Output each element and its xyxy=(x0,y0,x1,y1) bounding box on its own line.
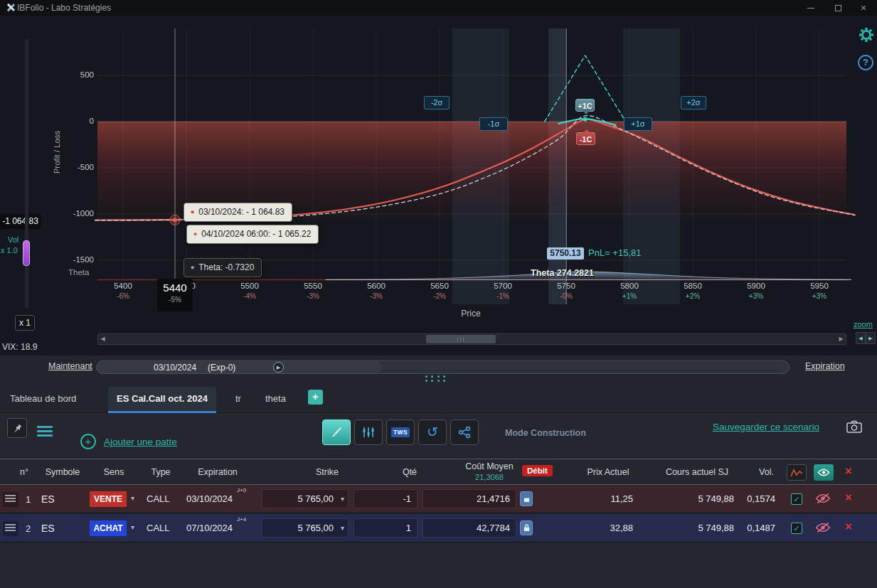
zoom-out-icon[interactable]: ◀ xyxy=(856,332,866,344)
avg-cost-field[interactable]: 42,7784 xyxy=(422,518,516,538)
play-button[interactable]: ▶ xyxy=(273,362,284,373)
leg-type: CALL xyxy=(147,523,170,533)
leg-type: CALL xyxy=(147,493,170,504)
expiration-link[interactable]: Expiration xyxy=(805,361,845,371)
col-qty: Qté xyxy=(384,467,435,477)
long-call-badge[interactable]: +1C xyxy=(575,99,595,112)
tab-tr[interactable]: tr xyxy=(235,393,241,404)
tab-es-cal-call[interactable]: ES Cal.Call oct. 2024 xyxy=(108,387,216,413)
y-tick: 0 xyxy=(90,117,94,125)
zoom-in-icon[interactable]: ▶ xyxy=(866,332,876,344)
delete-leg-icon[interactable]: × xyxy=(845,520,851,533)
series-dot-today: ● xyxy=(191,205,195,220)
zoom-controls[interactable]: ◀ ▶ xyxy=(856,332,876,344)
scrollbar-thumb[interactable] xyxy=(426,335,496,343)
current-price-chip: 5750.13 xyxy=(547,247,584,260)
pnl-chart[interactable] xyxy=(0,16,877,356)
underlying-price: 5 749,88 xyxy=(647,523,734,533)
vol-label: Vol xyxy=(8,235,18,244)
tooltip-theta: ●Theta: -0.7320 xyxy=(184,258,262,277)
close-button[interactable]: × xyxy=(853,0,874,16)
vix-value: VIX: 18.9 xyxy=(2,342,37,352)
help-icon[interactable]: ? xyxy=(858,55,873,70)
y-axis-label: Profit / Loss xyxy=(53,109,61,195)
leg-enabled-checkbox[interactable]: ✓ xyxy=(791,523,802,534)
row-drag-handle[interactable] xyxy=(3,492,18,507)
settings-gear-icon[interactable] xyxy=(859,27,874,43)
vol-x1-button[interactable]: x 1 xyxy=(15,315,35,331)
time-slider[interactable]: 03/10/2024 (Exp-0) ▶ xyxy=(96,360,790,374)
lock-icon[interactable] xyxy=(520,520,533,535)
quantity-field[interactable]: 1 xyxy=(354,518,418,538)
days-to-expiry: J+0 xyxy=(237,487,246,493)
theta-total-value: Theta 274.2821 xyxy=(531,268,594,278)
save-scenario-link[interactable]: Sauvegarder ce scenario xyxy=(713,422,819,432)
strike-caret-icon[interactable]: ▾ xyxy=(341,490,344,508)
time-current-date: 03/10/2024 xyxy=(154,363,196,373)
vol-multiplier-value: x 1.0 xyxy=(1,246,18,255)
implied-vol: 0,1487 xyxy=(731,523,775,533)
leg-symbol: ES xyxy=(41,523,55,534)
pin-button[interactable] xyxy=(7,418,27,438)
hide-leg-eye-icon[interactable] xyxy=(815,493,832,506)
series-dot-theta: ● xyxy=(191,261,195,275)
y-tick: 500 xyxy=(80,70,94,79)
sens-select[interactable]: ACHAT xyxy=(90,520,127,536)
leg-row-1: 1 ES VENTE ▾ CALL 03/10/2024 J+0 5 765,0… xyxy=(0,485,877,513)
avg-cost-field[interactable]: 21,4716 xyxy=(422,489,516,508)
sens-caret-icon[interactable]: ▾ xyxy=(131,494,134,502)
scroll-left-icon[interactable]: ◀ xyxy=(98,334,107,344)
current-price: 11,25 xyxy=(548,493,633,504)
legs-table-header: n° Symbole Sens Type Expiration Strike Q… xyxy=(0,459,877,485)
screenshot-camera-icon[interactable] xyxy=(844,417,865,436)
tab-dashboard[interactable]: Tableau de bord xyxy=(10,393,76,404)
sens-select[interactable]: VENTE xyxy=(90,491,127,507)
row-drag-handle[interactable] xyxy=(3,521,18,536)
leg-expiration[interactable]: 07/10/2024 xyxy=(186,523,233,533)
sens-caret-icon[interactable]: ▾ xyxy=(131,523,134,531)
add-tab-button[interactable]: + xyxy=(308,390,323,405)
col-type: Type xyxy=(141,467,181,477)
leg-enabled-checkbox[interactable]: ✓ xyxy=(791,493,802,505)
tws-button[interactable]: TWS xyxy=(386,419,415,445)
hide-leg-eye-icon[interactable] xyxy=(815,522,832,535)
strike-select[interactable]: 5 765,00▾ xyxy=(262,518,349,538)
quantity-field[interactable]: -1 xyxy=(354,489,418,508)
col-expiration: Expiration xyxy=(186,467,249,477)
tooltip-today: ●03/10/2024: - 1 064.83 xyxy=(184,203,292,222)
time-bar: Maintenant 03/10/2024 (Exp-0) ▶ Expirati… xyxy=(0,356,877,385)
delete-leg-icon[interactable]: × xyxy=(845,491,851,504)
chart-horizontal-scrollbar[interactable]: ◀ ▶ xyxy=(97,333,846,345)
implied-vol: 0,1574 xyxy=(731,493,775,504)
series-dot-next: ● xyxy=(193,228,198,242)
vol-slider-track[interactable] xyxy=(25,39,28,308)
lock-icon[interactable] xyxy=(520,491,533,506)
add-leg-icon[interactable]: + xyxy=(80,434,96,449)
col-vol: Vol. xyxy=(747,467,786,477)
tab-theta[interactable]: theta xyxy=(265,393,286,404)
debit-badge[interactable]: Débit xyxy=(522,465,553,476)
strike-caret-icon[interactable]: ▾ xyxy=(341,519,344,537)
show-all-eye-icon[interactable] xyxy=(814,464,834,481)
window-title: IBFolio - Labo Stratégies xyxy=(17,3,111,13)
scroll-right-icon[interactable]: ▶ xyxy=(836,334,846,344)
short-call-badge[interactable]: -1C xyxy=(576,132,595,145)
tab-bar: Tableau de bord ES Cal.Call oct. 2024 tr… xyxy=(0,385,877,413)
strike-select[interactable]: 5 765,00▾ xyxy=(262,489,349,508)
minimize-button[interactable] xyxy=(800,0,822,16)
panel-drag-handle[interactable] xyxy=(425,375,447,382)
now-link[interactable]: Maintenant xyxy=(48,361,92,371)
sliders-tool-button[interactable] xyxy=(354,419,383,445)
share-button[interactable] xyxy=(450,419,479,445)
add-leg-link[interactable]: Ajouter une patte xyxy=(104,437,177,447)
vol-slider-handle[interactable] xyxy=(23,240,30,266)
time-exp-label: (Exp-0) xyxy=(208,363,235,373)
leg-expiration[interactable]: 03/10/2024 xyxy=(186,493,233,504)
menu-icon[interactable] xyxy=(37,426,53,439)
waveform-icon[interactable] xyxy=(787,464,807,481)
draw-tool-button[interactable] xyxy=(322,419,351,445)
maximize-button[interactable] xyxy=(827,0,849,16)
crosshair-y-value: -1 064.83 xyxy=(0,214,41,229)
delete-all-icon[interactable]: × xyxy=(845,465,851,478)
history-button[interactable]: ↺ xyxy=(418,419,447,445)
